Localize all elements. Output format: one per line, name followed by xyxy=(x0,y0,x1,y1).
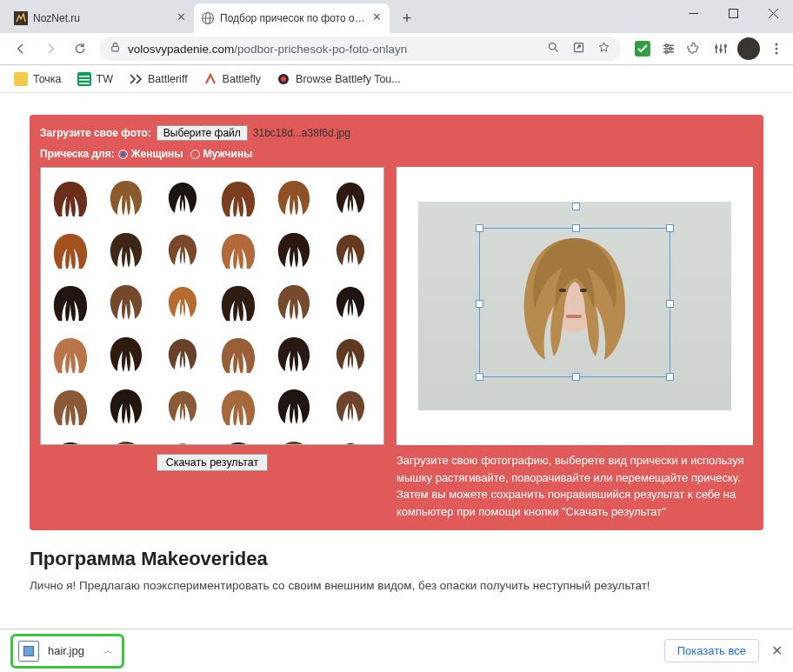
ext-settings-icon[interactable] xyxy=(659,39,678,58)
hairstyle-option[interactable] xyxy=(326,277,375,326)
hairstyle-option[interactable] xyxy=(214,382,263,430)
hairstyle-widget: Загрузите свое фото: Выберите файл 31bc1… xyxy=(30,115,763,530)
browser-toolbar: volosvypadenie.com/podbor-prichesok-po-f… xyxy=(0,33,793,65)
rotate-handle[interactable] xyxy=(572,203,580,210)
hairstyle-option[interactable] xyxy=(158,277,207,326)
download-item[interactable]: hair.jpg ︿ xyxy=(10,634,124,669)
show-all-button[interactable]: Показать все xyxy=(664,639,759,662)
star-icon[interactable] xyxy=(597,41,610,57)
svg-point-26 xyxy=(776,48,778,50)
ext-puzzle-icon[interactable] xyxy=(685,39,704,58)
close-shelf-icon[interactable]: ✕ xyxy=(771,642,783,659)
hairstyle-option[interactable] xyxy=(46,329,95,378)
hairstyle-option[interactable] xyxy=(270,173,318,222)
choose-file-button[interactable]: Выберите файл xyxy=(157,125,248,141)
maximize-button[interactable] xyxy=(713,0,753,26)
tab-title: NozNet.ru xyxy=(33,12,170,24)
close-icon[interactable]: ✕ xyxy=(370,12,383,24)
svg-rect-31 xyxy=(79,79,90,81)
hairstyle-option[interactable] xyxy=(158,329,207,378)
svg-rect-30 xyxy=(79,76,90,77)
photo-canvas[interactable] xyxy=(418,202,731,410)
browser-tab[interactable]: Подбор причесок по фото онла ✕ xyxy=(194,3,390,33)
svg-rect-8 xyxy=(112,46,119,50)
window-controls xyxy=(673,0,793,26)
bookmark-icon xyxy=(203,72,217,86)
hairstyle-option[interactable] xyxy=(326,329,375,378)
url-text: volosvypadenie.com/podbor-prichesok-po-f… xyxy=(128,43,407,56)
radio-men[interactable] xyxy=(190,150,200,159)
hairstyle-option[interactable] xyxy=(158,225,207,274)
hairstyle-option[interactable] xyxy=(46,225,95,274)
hairstyle-option[interactable] xyxy=(46,173,95,222)
hairstyle-option[interactable] xyxy=(326,382,375,430)
hairstyle-option[interactable] xyxy=(102,225,150,274)
ext-check-icon[interactable] xyxy=(633,39,652,58)
hairstyle-option[interactable] xyxy=(214,329,263,378)
hairstyle-option[interactable] xyxy=(214,173,263,222)
hairstyle-option[interactable] xyxy=(46,382,95,430)
hairstyle-option[interactable] xyxy=(102,173,150,222)
svg-rect-28 xyxy=(14,72,28,86)
bookmark-item[interactable]: TW xyxy=(70,69,120,90)
hairstyle-option[interactable] xyxy=(214,225,263,274)
hairstyle-option[interactable] xyxy=(270,434,318,445)
close-icon[interactable]: ✕ xyxy=(175,12,187,24)
cut-off-text: Лично я! Предлагаю поэкспериментировать … xyxy=(30,579,763,592)
hairstyle-option[interactable] xyxy=(270,277,318,326)
close-button[interactable] xyxy=(753,0,793,26)
svg-rect-23 xyxy=(720,49,723,51)
forward-button[interactable] xyxy=(37,37,64,61)
bookmark-item[interactable]: Точка xyxy=(7,69,69,90)
download-result-button[interactable]: Скачать результат xyxy=(157,454,268,471)
hairstyle-option[interactable] xyxy=(158,434,207,445)
hairstyle-option[interactable] xyxy=(102,329,150,378)
radio-women[interactable] xyxy=(118,150,128,159)
hairstyle-option[interactable] xyxy=(46,434,95,445)
bookmark-item[interactable]: Browse Battlefy Tou... xyxy=(270,69,408,90)
hairstyle-option[interactable] xyxy=(270,225,318,274)
chevron-up-icon[interactable]: ︿ xyxy=(103,644,113,657)
svg-rect-22 xyxy=(715,46,717,49)
search-icon[interactable] xyxy=(547,41,560,57)
gender-row: Прическа для: Женщины Мужчины xyxy=(40,148,753,160)
svg-point-34 xyxy=(281,77,286,82)
selection-outer[interactable] xyxy=(479,228,670,377)
reload-button[interactable] xyxy=(66,37,94,61)
hairstyle-option[interactable] xyxy=(102,277,150,326)
hairstyle-option[interactable] xyxy=(214,434,263,445)
ext-dashboard-icon[interactable] xyxy=(711,39,730,58)
bookmark-icon xyxy=(277,72,290,86)
hairstyle-option[interactable] xyxy=(270,382,318,430)
hairstyle-option[interactable] xyxy=(214,277,263,326)
back-button[interactable] xyxy=(7,37,35,61)
section-heading: Программа Makeoveridea xyxy=(30,548,763,570)
lock-icon xyxy=(110,42,121,56)
hairstyle-option[interactable] xyxy=(102,434,150,445)
upload-row: Загрузите свое фото: Выберите файл 31bc1… xyxy=(40,125,753,141)
svg-point-25 xyxy=(776,43,778,46)
hairstyle-gallery[interactable] xyxy=(40,167,384,445)
bookmark-item[interactable]: Battleriff xyxy=(122,69,195,90)
hairstyle-option[interactable] xyxy=(326,173,375,222)
extensions-area xyxy=(626,37,786,60)
share-icon[interactable] xyxy=(572,41,585,57)
menu-icon[interactable] xyxy=(767,39,786,58)
download-shelf: hair.jpg ︿ Показать все ✕ xyxy=(0,629,793,672)
hairstyle-option[interactable] xyxy=(158,173,207,222)
svg-rect-32 xyxy=(79,83,90,84)
bookmark-item[interactable]: Battlefly xyxy=(197,69,268,90)
hairstyle-option[interactable] xyxy=(102,382,150,430)
minimize-button[interactable] xyxy=(673,0,713,26)
hairstyle-option[interactable] xyxy=(46,277,95,326)
hairstyle-option[interactable] xyxy=(270,329,318,378)
browser-tab[interactable]: NozNet.ru ✕ xyxy=(7,3,194,33)
hairstyle-option[interactable] xyxy=(326,225,375,274)
hairstyle-option[interactable] xyxy=(326,434,375,445)
download-filename: hair.jpg xyxy=(48,644,84,657)
address-bar[interactable]: volosvypadenie.com/podbor-prichesok-po-f… xyxy=(99,37,621,61)
upload-label: Загрузите свое фото: xyxy=(40,127,151,139)
new-tab-button[interactable]: + xyxy=(395,6,419,30)
profile-avatar[interactable] xyxy=(737,37,760,60)
hairstyle-option[interactable] xyxy=(158,382,207,430)
